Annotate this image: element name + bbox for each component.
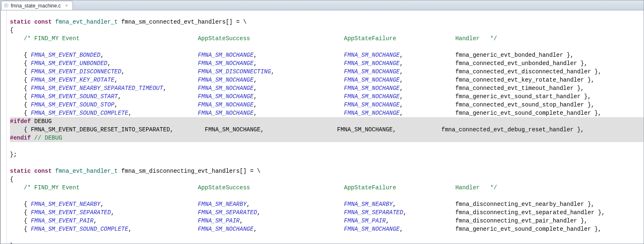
code-editor[interactable]: static const fmna_evt_handler_t fmna_sm_… <box>0 10 644 244</box>
tab-bar: ⓒ fmna_state_machine.c × <box>0 0 644 10</box>
code-area[interactable]: static const fmna_evt_handler_t fmna_sm_… <box>7 10 644 244</box>
tab-filename: fmna_state_machine.c <box>11 3 61 9</box>
c-file-icon: ⓒ <box>3 3 9 9</box>
close-icon[interactable]: × <box>64 3 69 8</box>
gutter <box>1 10 7 244</box>
editor-window: ⓒ fmna_state_machine.c × static const fm… <box>0 0 644 244</box>
file-tab[interactable]: ⓒ fmna_state_machine.c × <box>1 1 73 10</box>
